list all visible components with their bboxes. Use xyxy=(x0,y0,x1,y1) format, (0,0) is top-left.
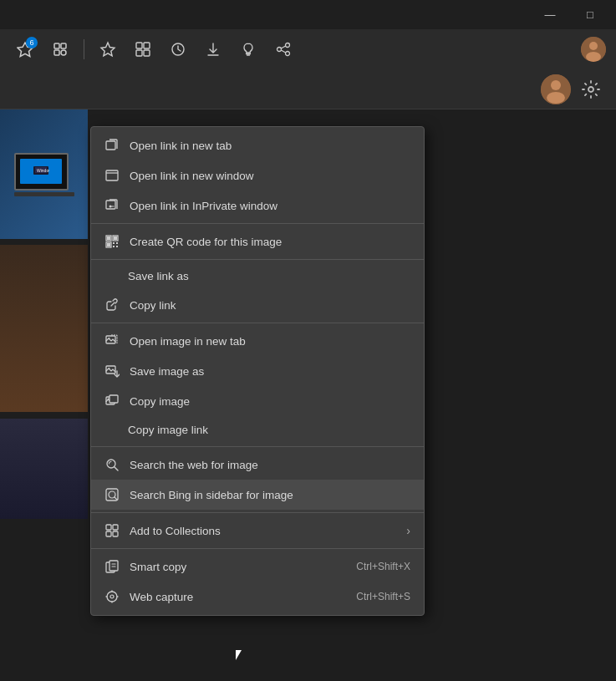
svg-point-20 xyxy=(589,42,598,50)
menu-divider-2 xyxy=(91,259,424,260)
svg-line-18 xyxy=(281,50,285,53)
svg-rect-41 xyxy=(113,242,115,244)
svg-rect-62 xyxy=(113,531,118,536)
mouse-cursor xyxy=(236,650,246,667)
svg-point-67 xyxy=(107,592,117,602)
svg-point-25 xyxy=(588,87,593,92)
svg-rect-38 xyxy=(114,236,117,240)
add-collections-icon[interactable] xyxy=(128,34,158,64)
menu-divider-4 xyxy=(91,446,424,447)
smart-copy-icon xyxy=(104,559,120,574)
new-window-icon xyxy=(104,168,120,183)
minimize-button[interactable]: — xyxy=(531,3,569,28)
svg-rect-32 xyxy=(106,201,115,209)
inprivate-icon xyxy=(104,198,120,213)
svg-rect-53 xyxy=(109,395,118,403)
svg-rect-6 xyxy=(136,43,142,48)
thumbnail-3 xyxy=(0,419,88,519)
save-image-icon xyxy=(104,363,120,379)
menu-item-save-link[interactable]: Save link as xyxy=(91,262,424,290)
menu-item-search-bing[interactable]: Search Bing in sidebar for image xyxy=(91,480,424,510)
menu-item-save-image[interactable]: Save image as xyxy=(91,356,424,386)
menu-item-qr[interactable]: Create QR code for this image xyxy=(91,226,424,257)
thumbnail-2 xyxy=(0,245,88,412)
web-capture-icon xyxy=(104,589,120,604)
open-image-icon xyxy=(104,333,120,348)
svg-line-17 xyxy=(281,46,285,48)
svg-rect-3 xyxy=(54,50,59,55)
collections-submenu-arrow: › xyxy=(406,524,410,537)
collections-badge: 6 xyxy=(26,37,38,48)
svg-line-58 xyxy=(115,497,117,500)
svg-point-49 xyxy=(109,368,110,369)
svg-rect-29 xyxy=(106,141,115,150)
svg-rect-44 xyxy=(116,246,118,247)
menu-item-collections[interactable]: Add to Collections › xyxy=(91,516,424,546)
svg-rect-42 xyxy=(116,242,118,244)
menu-divider-5 xyxy=(91,512,424,513)
collections-icon[interactable]: 6 xyxy=(10,34,40,64)
menu-item-inprivate[interactable]: Open link in InPrivate window xyxy=(91,191,424,221)
menu-item-web-capture[interactable]: Web capture Ctrl+Shift+S xyxy=(91,582,424,612)
menu-label-open-new-window: Open link in new window xyxy=(130,170,410,182)
menu-item-open-new-window[interactable]: Open link in new window xyxy=(91,160,424,191)
qr-icon xyxy=(104,234,120,249)
svg-rect-1 xyxy=(54,43,59,48)
page-content: Windows Open link in new tab xyxy=(0,109,616,681)
menu-label-copy-image-link: Copy image link xyxy=(128,424,410,436)
svg-point-68 xyxy=(110,595,114,598)
menu-label-web-capture: Web capture xyxy=(130,591,346,603)
svg-point-24 xyxy=(547,92,565,104)
collections-menu-icon xyxy=(104,523,120,538)
menu-item-copy-image-link[interactable]: Copy image link xyxy=(91,416,424,444)
copy-image-icon xyxy=(104,394,120,409)
thumbnail-1: Windows xyxy=(0,109,88,239)
lightbulb-icon[interactable] xyxy=(233,34,263,64)
smart-copy-shortcut: Ctrl+Shift+X xyxy=(356,561,410,572)
menu-divider-6 xyxy=(91,548,424,549)
menu-item-search-web[interactable]: Search the web for image xyxy=(91,450,424,480)
main-toolbar: 6 xyxy=(0,29,616,69)
extensions-icon[interactable] xyxy=(45,34,75,64)
context-menu: Open link in new tab Open link in new wi… xyxy=(90,126,425,616)
menu-label-copy-link: Copy link xyxy=(130,299,410,312)
favorites-icon[interactable] xyxy=(93,34,123,64)
menu-label-open-image: Open image in new tab xyxy=(130,335,410,348)
svg-rect-7 xyxy=(144,43,150,48)
downloads-icon[interactable] xyxy=(198,34,228,64)
title-bar: — □ xyxy=(0,0,616,29)
toolbar-divider-1 xyxy=(84,39,84,59)
svg-rect-64 xyxy=(109,561,118,571)
svg-point-21 xyxy=(586,52,601,62)
menu-divider-3 xyxy=(91,323,424,323)
svg-point-14 xyxy=(286,43,290,48)
svg-line-45 xyxy=(111,302,115,306)
maximize-button[interactable]: □ xyxy=(571,3,609,28)
profile-avatar-secondary[interactable] xyxy=(541,74,571,104)
svg-point-15 xyxy=(277,48,282,52)
settings-icon[interactable] xyxy=(578,76,604,103)
menu-label-inprivate: Open link in InPrivate window xyxy=(130,200,410,212)
svg-rect-43 xyxy=(113,246,115,247)
menu-item-open-image[interactable]: Open image in new tab xyxy=(91,326,424,356)
svg-rect-40 xyxy=(107,243,110,246)
menu-item-smart-copy[interactable]: Smart copy Ctrl+Shift+X xyxy=(91,551,424,582)
menu-item-open-new-tab[interactable]: Open link in new tab xyxy=(91,130,424,160)
menu-item-copy-link[interactable]: Copy link xyxy=(91,290,424,320)
svg-point-47 xyxy=(109,338,110,339)
share-icon[interactable] xyxy=(268,34,298,64)
svg-rect-36 xyxy=(107,236,110,240)
menu-label-smart-copy: Smart copy xyxy=(130,561,346,573)
svg-point-54 xyxy=(107,460,115,468)
profile-avatar-toolbar[interactable] xyxy=(581,37,606,62)
web-capture-shortcut: Ctrl+Shift+S xyxy=(356,591,410,602)
menu-label-save-link: Save link as xyxy=(128,270,410,282)
menu-item-copy-image[interactable]: Copy image xyxy=(91,386,424,416)
menu-divider-1 xyxy=(91,223,424,224)
menu-label-collections: Add to Collections xyxy=(130,525,396,537)
history-icon[interactable] xyxy=(163,34,193,64)
copy-link-icon xyxy=(104,297,120,313)
menu-label-qr: Create QR code for this image xyxy=(130,236,410,248)
svg-rect-9 xyxy=(144,50,150,56)
svg-rect-59 xyxy=(106,525,111,530)
